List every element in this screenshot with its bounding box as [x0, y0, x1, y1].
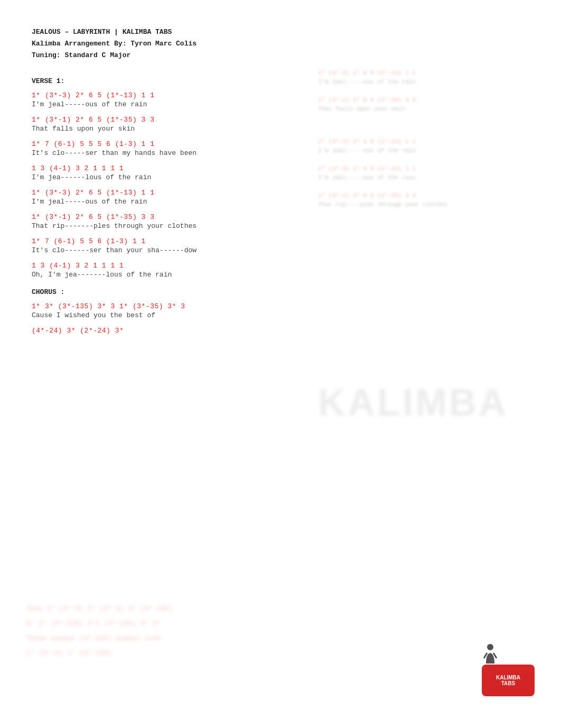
main-content: JEALOUS – LABYRINTH | KALIMBA TABS Kalim…: [32, 26, 269, 335]
verse1-stanza4: 1 3 (4-1) 3 2 1 1 1 1 I'm jea------lous …: [32, 164, 269, 181]
verse1-lyric3: It's clo-----ser than my hands have been: [32, 149, 269, 157]
verse1-tab3: 1* 7 (6-1) 5 5 5 6 (1-3) 1 1: [32, 140, 269, 148]
verse1-stanza3: 1* 7 (6-1) 5 5 5 6 (1-3) 1 1 It's clo---…: [32, 140, 269, 157]
wm-lyric-4: I'm jeal-----ous of the rain: [318, 173, 540, 182]
kalimba-watermark: KALIMBA: [318, 381, 508, 424]
chorus-title: CHORUS :: [32, 288, 269, 296]
verse2-lyric4: Oh, I'm jea-------lous of the rain: [32, 271, 269, 279]
blurred-line-1: Then 1* (3*-3) 1* (3*-3) 3* (3*-135): [26, 605, 291, 613]
wm-tab-1: 1* (3*-3) 2* 6 5 (1*-13) 1 1: [318, 69, 540, 78]
wm-block-4: 1* (3*-3) 2* 6 5 (1*-13) 1 1 I'm jeal---…: [318, 164, 540, 182]
verse2-stanza4: 1 3 (4-1) 3 2 1 1 1 1 Oh, I'm jea-------…: [32, 262, 269, 279]
wm-block-5: 1* (3*-1) 2* 6 5 (1*-35) 3 3 That rip---…: [318, 191, 540, 209]
verse2-lyric3: It's clo------ser than your sha------dow: [32, 246, 269, 254]
header-line2: Kalimba Arrangement By: Tyron Marc Colis: [32, 38, 269, 50]
blurred-line-3: Those always (3*-135) always love: [26, 635, 291, 642]
chorus-tab2: (4*-24) 3* (2*-24) 3*: [32, 327, 269, 335]
verse2-tab1: 1* (3*-3) 2* 6 5 (1*-13) 1 1: [32, 189, 269, 197]
verse2-tab4: 1 3 (4-1) 3 2 1 1 1 1: [32, 262, 269, 270]
verse2-stanza2: 1* (3*-1) 2* 6 5 (1*-35) 3 3 That rip---…: [32, 213, 269, 230]
verse2-stanza3: 1* 7 (6-1) 5 5 6 (1-3) 1 1 It's clo-----…: [32, 237, 269, 254]
svg-point-0: [487, 644, 493, 650]
logo-bottom-right: KALIMBATABS: [482, 665, 535, 696]
blurred-line-2: 5* 1* (3*-135) 3*1 (3*-135) 3* 3*: [26, 620, 291, 628]
wm-block-3: 1* (3*-3) 2* 6 5 (1*-13) 1 1 I'm jeal---…: [318, 137, 540, 155]
wm-tab-3: 1* (3*-3) 2* 6 5 (1*-13) 1 1: [318, 137, 540, 146]
chorus-stanza2: (4*-24) 3* (2*-24) 3*: [32, 327, 269, 335]
logo-text: KALIMBATABS: [496, 675, 520, 686]
verse2-stanza1: 1* (3*-3) 2* 6 5 (1*-13) 1 1 I'm jeal---…: [32, 189, 269, 206]
header-line1: JEALOUS – LABYRINTH | KALIMBA TABS: [32, 26, 269, 38]
verse1-tab4: 1 3 (4-1) 3 2 1 1 1 1: [32, 164, 269, 172]
watermark-area: 1* (3*-3) 2* 6 5 (1*-13) 1 1 I'm jeal---…: [318, 69, 540, 218]
chorus-stanza1: 1* 3* (3*-135) 3* 3 1* (3*-35) 3* 3 Caus…: [32, 302, 269, 319]
wm-block-1: 1* (3*-3) 2* 6 5 (1*-13) 1 1 I'm jeal---…: [318, 69, 540, 86]
verse1-tab2: 1* (3*-1) 2* 6 5 (1*-35) 3 3: [32, 116, 269, 124]
verse1-tab1: 1* (3*-3) 2* 6 5 (1*-13) 1 1: [32, 91, 269, 99]
wm-tab-5: 1* (3*-1) 2* 6 5 (1*-35) 3 3: [318, 191, 540, 200]
blurred-bottom: Then 1* (3*-3) 1* (3*-3) 3* (3*-135) 5* …: [26, 605, 291, 665]
wm-lyric-3: I'm jeal-----ous of the rain: [318, 146, 540, 155]
wm-lyric-5: That rip----ples through your clothes: [318, 200, 540, 209]
verse2-lyric1: I'm jeal-----ous of the rain: [32, 198, 269, 206]
verse2-tab3: 1* 7 (6-1) 5 5 6 (1-3) 1 1: [32, 237, 269, 245]
chorus-lyric1: Cause I wished you the best of: [32, 311, 269, 319]
chorus-tab1: 1* 3* (3*-135) 3* 3 1* (3*-35) 3* 3: [32, 302, 269, 310]
verse1-stanza1: 1* (3*-3) 2* 6 5 (1*-13) 1 1 I'm jeal---…: [32, 91, 269, 108]
verse1-lyric4: I'm jea------lous of the rain: [32, 173, 269, 181]
verse1-lyric1: I'm jeal-----ous of the rain: [32, 100, 269, 108]
verse1-stanza2: 1* (3*-1) 2* 6 5 (1*-35) 3 3 That falls …: [32, 116, 269, 133]
wm-lyric-2: That falls upon your skin: [318, 105, 540, 114]
wm-tab-2: 1* (3*-1) 2* 6 5 (1*-35) 3 3: [318, 96, 540, 105]
header: JEALOUS – LABYRINTH | KALIMBA TABS Kalim…: [32, 26, 269, 61]
blurred-line-4: 1* (3*-3) 1* (3*-135): [26, 650, 291, 657]
logo-figure: [483, 643, 498, 666]
verse2-tab2: 1* (3*-1) 2* 6 5 (1*-35) 3 3: [32, 213, 269, 221]
verse1-lyric2: That falls upon your skin: [32, 125, 269, 133]
verse2-lyric2: That rip-------ples through your clothes: [32, 222, 269, 230]
wm-lyric-1: I'm jeal-----ous of the rain: [318, 78, 540, 87]
wm-tab-4: 1* (3*-3) 2* 6 5 (1*-13) 1 1: [318, 164, 540, 173]
verse1-title: VERSE 1:: [32, 77, 269, 85]
wm-block-2: 1* (3*-1) 2* 6 5 (1*-35) 3 3 That falls …: [318, 96, 540, 113]
header-line3: Tuning: Standard C Major: [32, 50, 269, 61]
